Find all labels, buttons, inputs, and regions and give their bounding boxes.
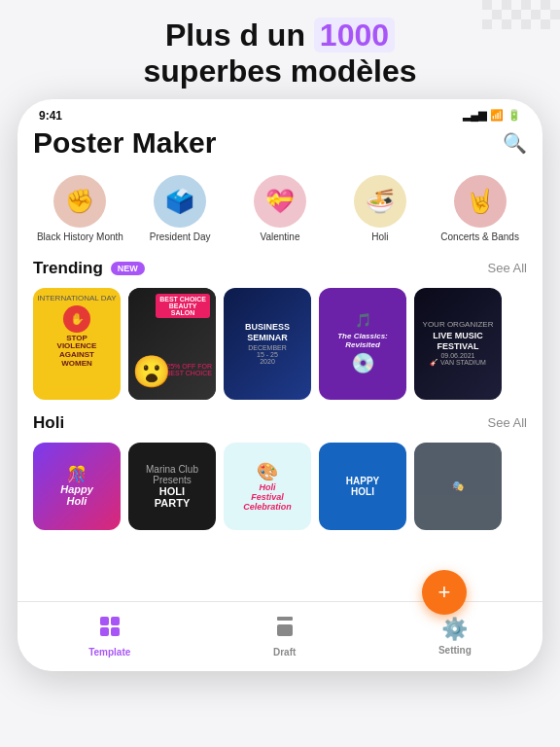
wifi-icon: 📶 <box>490 109 504 122</box>
search-icon[interactable]: 🔍 <box>503 131 527 155</box>
beauty-discount: 25% OFF FORBEST CHOICE <box>166 363 212 376</box>
trending-title: Trending <box>33 259 103 278</box>
holi-see-all[interactable]: See All <box>488 415 527 430</box>
header-title: Plus d un 1000 superbes modèles <box>19 18 541 89</box>
status-icons: ▂▄▆ 📶 🔋 <box>463 109 521 122</box>
holi-color-icon: 🎨 <box>243 461 292 482</box>
svg-rect-0 <box>482 0 492 10</box>
svg-rect-6 <box>531 10 541 19</box>
card-live-music[interactable]: YOUR ORGANIZER LIVE MUSICFESTIVAL 09.06.… <box>414 288 502 400</box>
classics-vinyl-icon: 💿 <box>351 351 375 374</box>
card-stop-violence[interactable]: INTERNATIONAL DAY ✋ STOPVIOLENCEAGAINSTW… <box>33 288 121 400</box>
stop-text: STOPVIOLENCEAGAINSTWOMEN <box>57 335 97 369</box>
svg-rect-1 <box>502 0 511 10</box>
draft-icon <box>273 615 297 644</box>
card-top-text: INTERNATIONAL DAY <box>37 294 116 302</box>
header: Plus d un 1000 superbes modèles <box>0 0 560 99</box>
holi-card-party[interactable]: Marina Club Presents HOLIPARTY <box>128 443 216 530</box>
status-time: 9:41 <box>39 109 62 123</box>
holi-card-extra[interactable]: 🎭 <box>414 443 502 530</box>
holi-section-header: Holi See All <box>33 413 527 433</box>
svg-rect-8 <box>482 19 492 29</box>
holi-cards-row: 🎊 HappyHoli Marina Club Presents HOLIPAR… <box>33 443 527 530</box>
setting-label: Setting <box>438 645 472 656</box>
trending-section-header: Trending NEW See All <box>33 259 527 278</box>
holi-card-happy-2[interactable]: HAPPYHOLI <box>319 443 406 530</box>
svg-rect-7 <box>550 10 560 19</box>
marina-club-label: Marina Club Presents <box>128 464 216 485</box>
holi-hands-icon: 🎊 <box>60 465 93 483</box>
header-prefix: Plus d un <box>165 18 314 53</box>
happy-holi-2-content: HAPPYHOLI <box>346 476 379 497</box>
svg-rect-13 <box>111 617 120 625</box>
category-black-history[interactable]: ✊ Black History Month <box>33 175 127 243</box>
card-beauty-salon[interactable]: BEST CHOICEBEAUTYSALON 25% OFF FORBEST C… <box>128 288 216 400</box>
category-label-valentine: Valentine <box>261 231 300 243</box>
category-valentine[interactable]: 💝 Valentine <box>233 175 328 243</box>
holi-festival-label: HoliFestivalCelebration <box>243 482 292 512</box>
app-header: Poster Maker 🔍 <box>33 126 527 160</box>
fab-icon: + <box>438 580 451 605</box>
live-organizer-text: YOUR ORGANIZER <box>423 320 494 329</box>
holi-happy-content: 🎊 HappyHoli <box>60 465 93 507</box>
stop-icon: ✋ <box>63 305 90 333</box>
svg-rect-11 <box>541 19 550 29</box>
live-venue: 🎸 VAN STADIUM <box>430 359 486 367</box>
svg-rect-3 <box>541 0 550 10</box>
svg-rect-16 <box>277 617 293 621</box>
holi-title: Holi <box>33 413 64 433</box>
app-title: Poster Maker <box>33 126 216 160</box>
status-bar: 9:41 ▂▄▆ 📶 🔋 <box>18 99 542 126</box>
category-circle-president: 🗳️ <box>154 175 206 228</box>
holi-party-label: HOLIPARTY <box>128 485 216 509</box>
template-icon <box>98 615 122 644</box>
live-title: LIVE MUSICFESTIVAL <box>433 331 483 352</box>
trending-title-row: Trending NEW <box>33 259 145 278</box>
header-highlight: 1000 <box>314 18 395 53</box>
category-circle-concerts: 🤘 <box>454 175 507 228</box>
beauty-badge: BEST CHOICEBEAUTYSALON <box>156 294 210 318</box>
category-label-president: President Day <box>150 231 211 243</box>
svg-rect-15 <box>111 627 120 636</box>
happy-holi-label-1: HappyHoli <box>60 483 93 507</box>
holi-party-content: Marina Club Presents HOLIPARTY <box>128 464 216 509</box>
draft-label: Draft <box>273 647 296 658</box>
svg-rect-4 <box>492 10 502 19</box>
beauty-face-icon: 😮 <box>132 353 171 390</box>
trending-see-all[interactable]: See All <box>488 261 527 275</box>
card-classics[interactable]: 🎵 The Classics:Revisited 💿 <box>319 288 406 400</box>
svg-rect-17 <box>277 624 293 636</box>
nav-draft[interactable]: Draft <box>273 615 297 658</box>
svg-rect-10 <box>521 19 531 29</box>
svg-rect-14 <box>100 627 109 636</box>
setting-icon: ⚙️ <box>441 617 468 642</box>
category-circle-valentine: 💝 <box>254 175 306 228</box>
category-label-holi: Holi <box>371 231 388 243</box>
phone-mockup: 9:41 ▂▄▆ 📶 🔋 Poster Maker 🔍 ✊ Black Hist… <box>18 99 542 671</box>
happy-holi-label-2: HAPPYHOLI <box>346 476 379 497</box>
nav-template[interactable]: Template <box>88 615 130 658</box>
holi-card-festival[interactable]: 🎨 HoliFestivalCelebration <box>224 443 311 530</box>
holi-festival-content: 🎨 HoliFestivalCelebration <box>243 461 292 512</box>
svg-rect-5 <box>511 10 521 19</box>
nav-setting[interactable]: ⚙️ Setting <box>438 617 472 656</box>
new-badge: NEW <box>111 262 145 275</box>
business-date: DECEMBER15 - 252020 <box>248 344 287 365</box>
category-president-day[interactable]: 🗳️ President Day <box>133 175 228 243</box>
card-business-seminar[interactable]: BUSINESSSEMINAR DECEMBER15 - 252020 <box>224 288 311 400</box>
category-circle-holi: 🍜 <box>354 175 406 228</box>
app-content: Poster Maker 🔍 ✊ Black History Month 🗳️ … <box>18 126 542 530</box>
category-label-black-history: Black History Month <box>37 231 123 243</box>
category-concerts[interactable]: 🤘 Concerts & Bands <box>433 175 527 243</box>
holi-card-happy-1[interactable]: 🎊 HappyHoli <box>33 443 121 530</box>
signal-icon: ▂▄▆ <box>463 109 486 122</box>
categories-row: ✊ Black History Month 🗳️ President Day 💝… <box>33 175 527 243</box>
holi-extra-content: 🎭 <box>452 480 464 491</box>
classics-text: The Classics:Revisited <box>337 332 388 349</box>
bottom-nav: Template Draft ⚙️ Setting <box>18 601 542 671</box>
battery-icon: 🔋 <box>508 109 521 122</box>
business-title: BUSINESSSEMINAR <box>245 322 290 343</box>
fab-button[interactable]: + <box>422 570 467 615</box>
header-line2: superbes modèles <box>144 53 417 89</box>
category-holi[interactable]: 🍜 Holi <box>332 175 427 243</box>
